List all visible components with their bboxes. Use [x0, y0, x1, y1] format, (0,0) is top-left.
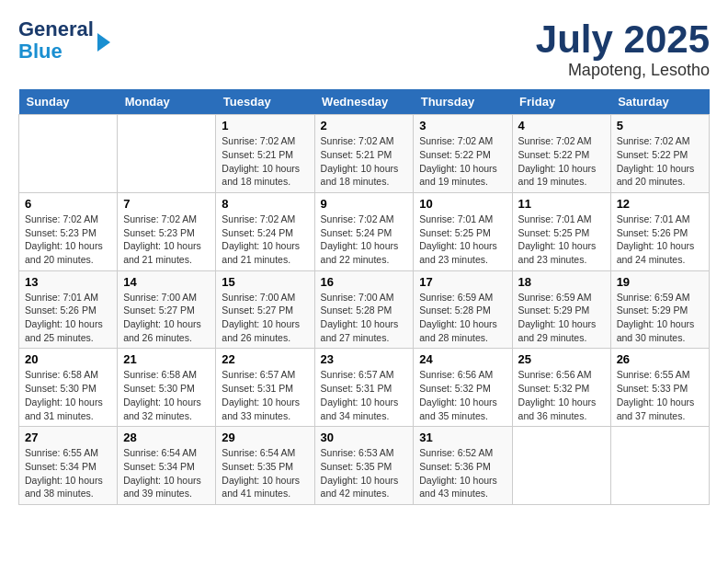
sunrise-text: Sunrise: 7:02 AM: [222, 213, 295, 224]
sunrise-text: Sunrise: 7:02 AM: [518, 135, 592, 146]
daylight-text: Daylight: 10 hours and 20 minutes.: [617, 163, 695, 188]
sunset-text: Sunset: 5:25 PM: [419, 227, 491, 238]
day-info: Sunrise: 7:01 AM Sunset: 5:26 PM Dayligh…: [617, 213, 703, 267]
daylight-text: Daylight: 10 hours and 33 minutes.: [222, 396, 300, 421]
calendar-cell: 27 Sunrise: 6:55 AM Sunset: 5:34 PM Dayl…: [19, 427, 118, 505]
sunrise-text: Sunrise: 7:00 AM: [123, 292, 197, 303]
day-info: Sunrise: 6:57 AM Sunset: 5:31 PM Dayligh…: [222, 368, 308, 422]
weekday-header-row: SundayMondayTuesdayWednesdayThursdayFrid…: [19, 89, 710, 115]
day-info: Sunrise: 7:01 AM Sunset: 5:26 PM Dayligh…: [25, 291, 111, 345]
daylight-text: Daylight: 10 hours and 19 minutes.: [518, 163, 597, 188]
weekday-header-sunday: Sunday: [19, 89, 118, 115]
sunrise-text: Sunrise: 7:02 AM: [419, 135, 493, 146]
daylight-text: Daylight: 10 hours and 25 minutes.: [25, 318, 103, 343]
daylight-text: Daylight: 10 hours and 28 minutes.: [419, 318, 497, 343]
day-info: Sunrise: 6:56 AM Sunset: 5:32 PM Dayligh…: [518, 368, 605, 422]
calendar-cell: 21 Sunrise: 6:58 AM Sunset: 5:30 PM Dayl…: [118, 349, 216, 427]
calendar-cell: 30 Sunrise: 6:53 AM Sunset: 5:35 PM Dayl…: [314, 427, 414, 505]
day-info: Sunrise: 6:56 AM Sunset: 5:32 PM Dayligh…: [419, 368, 506, 422]
daylight-text: Daylight: 10 hours and 39 minutes.: [123, 475, 201, 500]
sunset-text: Sunset: 5:21 PM: [321, 149, 392, 160]
calendar-cell: 3 Sunrise: 7:02 AM Sunset: 5:22 PM Dayli…: [414, 115, 512, 193]
calendar-cell: 23 Sunrise: 6:57 AM Sunset: 5:31 PM Dayl…: [314, 349, 414, 427]
sunrise-text: Sunrise: 7:02 AM: [321, 213, 394, 224]
day-number: 16: [321, 275, 408, 289]
daylight-text: Daylight: 10 hours and 38 minutes.: [25, 475, 103, 500]
sunrise-text: Sunrise: 7:02 AM: [321, 135, 394, 146]
day-info: Sunrise: 7:02 AM Sunset: 5:24 PM Dayligh…: [222, 213, 308, 267]
weekday-header-thursday: Thursday: [414, 89, 512, 115]
sunset-text: Sunset: 5:30 PM: [25, 383, 97, 394]
day-number: 22: [222, 352, 308, 366]
calendar-cell: 29 Sunrise: 6:54 AM Sunset: 5:35 PM Dayl…: [216, 427, 314, 505]
sunset-text: Sunset: 5:29 PM: [617, 304, 688, 316]
day-number: 7: [123, 197, 210, 211]
day-info: Sunrise: 6:53 AM Sunset: 5:35 PM Dayligh…: [321, 446, 408, 500]
calendar-cell: 7 Sunrise: 7:02 AM Sunset: 5:23 PM Dayli…: [118, 192, 216, 270]
month-title: July 2025: [536, 18, 710, 61]
calendar-cell: 28 Sunrise: 6:54 AM Sunset: 5:34 PM Dayl…: [118, 427, 216, 505]
day-number: 1: [222, 119, 308, 132]
sunset-text: Sunset: 5:28 PM: [321, 304, 392, 316]
weekday-header-friday: Friday: [512, 89, 610, 115]
sunrise-text: Sunrise: 7:02 AM: [25, 213, 98, 224]
calendar-cell: [512, 427, 610, 505]
sunrise-text: Sunrise: 7:00 AM: [321, 292, 394, 303]
calendar-cell: 4 Sunrise: 7:02 AM Sunset: 5:22 PM Dayli…: [512, 115, 610, 193]
sunset-text: Sunset: 5:24 PM: [321, 227, 392, 238]
calendar-table: SundayMondayTuesdayWednesdayThursdayFrid…: [18, 89, 710, 505]
day-info: Sunrise: 6:59 AM Sunset: 5:29 PM Dayligh…: [518, 291, 605, 345]
calendar-cell: [118, 115, 216, 193]
sunrise-text: Sunrise: 7:01 AM: [419, 213, 493, 224]
sunrise-text: Sunrise: 6:56 AM: [419, 369, 493, 380]
calendar-cell: 22 Sunrise: 6:57 AM Sunset: 5:31 PM Dayl…: [216, 349, 314, 427]
daylight-text: Daylight: 10 hours and 26 minutes.: [222, 318, 300, 343]
calendar-cell: 20 Sunrise: 6:58 AM Sunset: 5:30 PM Dayl…: [19, 349, 118, 427]
day-number: 20: [25, 352, 111, 366]
sunrise-text: Sunrise: 7:01 AM: [518, 213, 592, 224]
daylight-text: Daylight: 10 hours and 19 minutes.: [419, 163, 497, 188]
day-number: 14: [123, 275, 210, 289]
sunset-text: Sunset: 5:34 PM: [123, 461, 195, 472]
sunrise-text: Sunrise: 7:02 AM: [617, 135, 690, 146]
daylight-text: Daylight: 10 hours and 18 minutes.: [222, 163, 300, 188]
daylight-text: Daylight: 10 hours and 23 minutes.: [419, 240, 497, 265]
day-info: Sunrise: 6:58 AM Sunset: 5:30 PM Dayligh…: [123, 368, 210, 422]
day-info: Sunrise: 6:54 AM Sunset: 5:34 PM Dayligh…: [123, 446, 210, 500]
sunset-text: Sunset: 5:32 PM: [518, 383, 590, 394]
calendar-cell: 8 Sunrise: 7:02 AM Sunset: 5:24 PM Dayli…: [216, 192, 314, 270]
day-info: Sunrise: 7:00 AM Sunset: 5:27 PM Dayligh…: [222, 291, 308, 345]
sunrise-text: Sunrise: 7:02 AM: [222, 135, 295, 146]
sunset-text: Sunset: 5:31 PM: [222, 383, 293, 394]
daylight-text: Daylight: 10 hours and 24 minutes.: [617, 240, 695, 265]
calendar-cell: 9 Sunrise: 7:02 AM Sunset: 5:24 PM Dayli…: [314, 192, 414, 270]
day-info: Sunrise: 6:58 AM Sunset: 5:30 PM Dayligh…: [25, 368, 111, 422]
daylight-text: Daylight: 10 hours and 21 minutes.: [123, 240, 201, 265]
sunrise-text: Sunrise: 6:54 AM: [123, 447, 197, 458]
daylight-text: Daylight: 10 hours and 22 minutes.: [321, 240, 399, 265]
logo-text: GeneralBlue: [18, 18, 94, 63]
daylight-text: Daylight: 10 hours and 20 minutes.: [25, 240, 103, 265]
calendar-cell: 6 Sunrise: 7:02 AM Sunset: 5:23 PM Dayli…: [19, 192, 118, 270]
sunset-text: Sunset: 5:27 PM: [222, 304, 293, 316]
sunset-text: Sunset: 5:22 PM: [419, 149, 491, 160]
sunset-text: Sunset: 5:33 PM: [617, 383, 688, 394]
calendar-cell: 16 Sunrise: 7:00 AM Sunset: 5:28 PM Dayl…: [314, 270, 414, 349]
day-info: Sunrise: 7:02 AM Sunset: 5:23 PM Dayligh…: [123, 213, 210, 267]
day-info: Sunrise: 6:55 AM Sunset: 5:34 PM Dayligh…: [25, 446, 111, 500]
sunset-text: Sunset: 5:25 PM: [518, 227, 590, 238]
day-info: Sunrise: 7:02 AM Sunset: 5:22 PM Dayligh…: [419, 134, 506, 189]
day-number: 4: [518, 119, 605, 132]
sunrise-text: Sunrise: 6:56 AM: [518, 369, 592, 380]
sunrise-text: Sunrise: 6:54 AM: [222, 447, 295, 458]
daylight-text: Daylight: 10 hours and 21 minutes.: [222, 240, 300, 265]
daylight-text: Daylight: 10 hours and 35 minutes.: [419, 396, 497, 421]
day-info: Sunrise: 6:55 AM Sunset: 5:33 PM Dayligh…: [617, 368, 703, 422]
day-number: 12: [617, 197, 703, 211]
day-number: 25: [518, 352, 605, 366]
day-info: Sunrise: 6:52 AM Sunset: 5:36 PM Dayligh…: [419, 446, 506, 500]
sunset-text: Sunset: 5:26 PM: [25, 304, 97, 316]
sunrise-text: Sunrise: 6:57 AM: [321, 369, 394, 380]
calendar-cell: 19 Sunrise: 6:59 AM Sunset: 5:29 PM Dayl…: [610, 270, 709, 349]
sunrise-text: Sunrise: 6:57 AM: [222, 369, 295, 380]
